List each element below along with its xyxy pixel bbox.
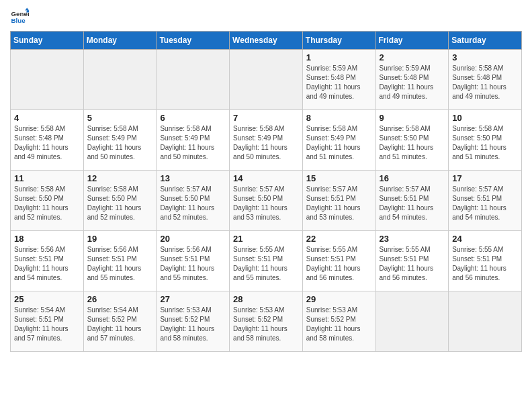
- day-info: Sunrise: 5:57 AM Sunset: 5:51 PM Dayligh…: [380, 185, 445, 222]
- day-cell: 13Sunrise: 5:57 AM Sunset: 5:50 PM Dayli…: [157, 171, 230, 231]
- day-cell: 11Sunrise: 5:58 AM Sunset: 5:50 PM Dayli…: [11, 171, 84, 231]
- day-info: Sunrise: 5:58 AM Sunset: 5:50 PM Dayligh…: [380, 124, 445, 162]
- day-number: 17: [452, 173, 518, 183]
- day-info: Sunrise: 5:55 AM Sunset: 5:51 PM Dayligh…: [380, 245, 445, 283]
- day-number: 2: [380, 52, 445, 62]
- day-cell: 9Sunrise: 5:58 AM Sunset: 5:50 PM Daylig…: [375, 110, 449, 171]
- day-number: 21: [233, 234, 299, 244]
- header-cell-saturday: Saturday: [449, 32, 522, 50]
- day-info: Sunrise: 5:55 AM Sunset: 5:51 PM Dayligh…: [452, 245, 518, 283]
- day-info: Sunrise: 5:58 AM Sunset: 5:48 PM Dayligh…: [452, 64, 518, 101]
- day-number: 19: [87, 234, 153, 244]
- day-info: Sunrise: 5:58 AM Sunset: 5:49 PM Dayligh…: [233, 124, 299, 162]
- day-info: Sunrise: 5:53 AM Sunset: 5:52 PM Dayligh…: [233, 306, 299, 343]
- day-cell: 7Sunrise: 5:58 AM Sunset: 5:49 PM Daylig…: [230, 110, 303, 171]
- week-row-1: 4Sunrise: 5:58 AM Sunset: 5:48 PM Daylig…: [11, 110, 522, 171]
- day-cell: 1Sunrise: 5:59 AM Sunset: 5:48 PM Daylig…: [302, 50, 375, 110]
- day-cell: 20Sunrise: 5:56 AM Sunset: 5:51 PM Dayli…: [157, 231, 230, 291]
- day-info: Sunrise: 5:58 AM Sunset: 5:50 PM Dayligh…: [14, 185, 80, 222]
- day-number: 13: [160, 173, 226, 183]
- day-number: 5: [87, 113, 153, 123]
- day-info: Sunrise: 5:55 AM Sunset: 5:51 PM Dayligh…: [306, 245, 372, 283]
- day-number: 15: [306, 173, 372, 183]
- day-info: Sunrise: 5:54 AM Sunset: 5:51 PM Dayligh…: [14, 306, 80, 343]
- day-cell: [449, 291, 522, 352]
- page-header: General Blue: [10, 7, 522, 26]
- day-cell: 18Sunrise: 5:56 AM Sunset: 5:51 PM Dayli…: [11, 231, 84, 291]
- day-cell: 16Sunrise: 5:57 AM Sunset: 5:51 PM Dayli…: [375, 171, 449, 231]
- day-cell: 10Sunrise: 5:58 AM Sunset: 5:50 PM Dayli…: [449, 110, 522, 171]
- day-info: Sunrise: 5:56 AM Sunset: 5:51 PM Dayligh…: [87, 245, 153, 283]
- day-cell: 19Sunrise: 5:56 AM Sunset: 5:51 PM Dayli…: [83, 231, 157, 291]
- day-cell: 15Sunrise: 5:57 AM Sunset: 5:51 PM Dayli…: [302, 171, 375, 231]
- day-info: Sunrise: 5:54 AM Sunset: 5:52 PM Dayligh…: [87, 306, 153, 343]
- day-info: Sunrise: 5:57 AM Sunset: 5:50 PM Dayligh…: [160, 185, 226, 222]
- day-cell: 23Sunrise: 5:55 AM Sunset: 5:51 PM Dayli…: [375, 231, 449, 291]
- day-cell: 6Sunrise: 5:58 AM Sunset: 5:49 PM Daylig…: [157, 110, 230, 171]
- day-number: 9: [380, 113, 445, 123]
- day-info: Sunrise: 5:57 AM Sunset: 5:51 PM Dayligh…: [452, 185, 518, 222]
- day-cell: 3Sunrise: 5:58 AM Sunset: 5:48 PM Daylig…: [449, 50, 522, 110]
- day-number: 27: [160, 294, 226, 304]
- day-cell: 2Sunrise: 5:59 AM Sunset: 5:48 PM Daylig…: [375, 50, 449, 110]
- day-cell: 28Sunrise: 5:53 AM Sunset: 5:52 PM Dayli…: [230, 291, 303, 352]
- logo-icon: General Blue: [10, 7, 29, 26]
- day-cell: 4Sunrise: 5:58 AM Sunset: 5:48 PM Daylig…: [11, 110, 84, 171]
- day-number: 7: [233, 113, 299, 123]
- day-number: 1: [306, 52, 372, 62]
- day-cell: 25Sunrise: 5:54 AM Sunset: 5:51 PM Dayli…: [11, 291, 84, 352]
- day-cell: [375, 291, 449, 352]
- day-info: Sunrise: 5:59 AM Sunset: 5:48 PM Dayligh…: [306, 64, 372, 101]
- header-cell-tuesday: Tuesday: [157, 32, 230, 50]
- day-cell: 26Sunrise: 5:54 AM Sunset: 5:52 PM Dayli…: [83, 291, 157, 352]
- day-number: 25: [14, 294, 80, 304]
- day-info: Sunrise: 5:53 AM Sunset: 5:52 PM Dayligh…: [306, 306, 372, 343]
- day-number: 18: [14, 234, 80, 244]
- day-info: Sunrise: 5:53 AM Sunset: 5:52 PM Dayligh…: [160, 306, 226, 343]
- week-row-4: 25Sunrise: 5:54 AM Sunset: 5:51 PM Dayli…: [11, 291, 522, 352]
- day-number: 14: [233, 173, 299, 183]
- day-cell: 22Sunrise: 5:55 AM Sunset: 5:51 PM Dayli…: [302, 231, 375, 291]
- day-number: 26: [87, 294, 153, 304]
- week-row-2: 11Sunrise: 5:58 AM Sunset: 5:50 PM Dayli…: [11, 171, 522, 231]
- day-cell: [11, 50, 84, 110]
- day-number: 24: [452, 234, 518, 244]
- day-info: Sunrise: 5:58 AM Sunset: 5:48 PM Dayligh…: [14, 124, 80, 162]
- svg-text:Blue: Blue: [11, 17, 26, 24]
- day-number: 6: [160, 113, 226, 123]
- day-info: Sunrise: 5:57 AM Sunset: 5:50 PM Dayligh…: [233, 185, 299, 222]
- day-info: Sunrise: 5:59 AM Sunset: 5:48 PM Dayligh…: [380, 64, 445, 101]
- day-number: 16: [380, 173, 445, 183]
- day-info: Sunrise: 5:58 AM Sunset: 5:50 PM Dayligh…: [87, 185, 153, 222]
- day-info: Sunrise: 5:58 AM Sunset: 5:49 PM Dayligh…: [306, 124, 372, 162]
- header-cell-thursday: Thursday: [302, 32, 375, 50]
- header-cell-sunday: Sunday: [11, 32, 84, 50]
- day-number: 3: [452, 52, 518, 62]
- day-cell: 12Sunrise: 5:58 AM Sunset: 5:50 PM Dayli…: [83, 171, 157, 231]
- day-info: Sunrise: 5:57 AM Sunset: 5:51 PM Dayligh…: [306, 185, 372, 222]
- day-cell: 27Sunrise: 5:53 AM Sunset: 5:52 PM Dayli…: [157, 291, 230, 352]
- week-row-3: 18Sunrise: 5:56 AM Sunset: 5:51 PM Dayli…: [11, 231, 522, 291]
- day-info: Sunrise: 5:56 AM Sunset: 5:51 PM Dayligh…: [14, 245, 80, 283]
- day-cell: 14Sunrise: 5:57 AM Sunset: 5:50 PM Dayli…: [230, 171, 303, 231]
- day-number: 11: [14, 173, 80, 183]
- day-info: Sunrise: 5:56 AM Sunset: 5:51 PM Dayligh…: [160, 245, 226, 283]
- header-cell-friday: Friday: [375, 32, 449, 50]
- day-cell: 17Sunrise: 5:57 AM Sunset: 5:51 PM Dayli…: [449, 171, 522, 231]
- week-row-0: 1Sunrise: 5:59 AM Sunset: 5:48 PM Daylig…: [11, 50, 522, 110]
- logo: General Blue: [10, 7, 32, 26]
- day-number: 8: [306, 113, 372, 123]
- header-cell-monday: Monday: [83, 32, 157, 50]
- day-cell: [83, 50, 157, 110]
- day-number: 28: [233, 294, 299, 304]
- day-info: Sunrise: 5:58 AM Sunset: 5:50 PM Dayligh…: [452, 124, 518, 162]
- day-info: Sunrise: 5:58 AM Sunset: 5:49 PM Dayligh…: [160, 124, 226, 162]
- day-cell: [157, 50, 230, 110]
- day-cell: 24Sunrise: 5:55 AM Sunset: 5:51 PM Dayli…: [449, 231, 522, 291]
- day-number: 20: [160, 234, 226, 244]
- day-number: 29: [306, 294, 372, 304]
- day-number: 4: [14, 113, 80, 123]
- header-cell-wednesday: Wednesday: [230, 32, 303, 50]
- day-cell: 5Sunrise: 5:58 AM Sunset: 5:49 PM Daylig…: [83, 110, 157, 171]
- day-info: Sunrise: 5:55 AM Sunset: 5:51 PM Dayligh…: [233, 245, 299, 283]
